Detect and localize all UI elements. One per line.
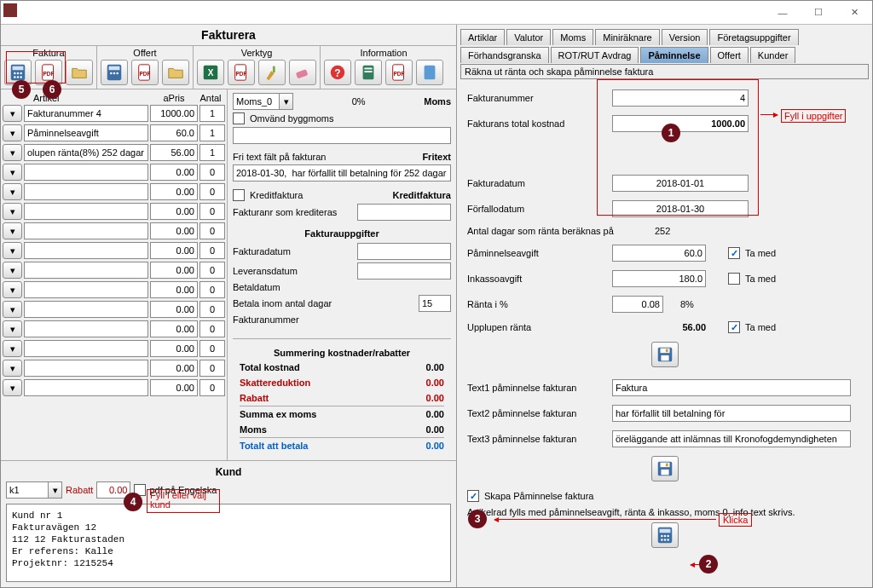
offert-pdf-button[interactable]: PDF [131, 60, 159, 85]
moms-combo[interactable]: ▾ [233, 93, 293, 110]
line-apris-input[interactable] [150, 360, 198, 377]
tab-version[interactable]: Version [662, 29, 708, 45]
fupp-leverans-input[interactable] [357, 262, 451, 280]
line-drop-button[interactable]: ▾ [3, 262, 22, 279]
line-apris-input[interactable] [150, 242, 198, 259]
line-artikel-input[interactable] [24, 242, 148, 259]
info-misc-button[interactable] [416, 60, 443, 85]
line-apris-input[interactable] [150, 203, 198, 220]
line-apris-input[interactable] [150, 320, 198, 337]
tab-rot-rut-avdrag[interactable]: ROT/RUT Avdrag [551, 47, 639, 63]
line-drop-button[interactable]: ▾ [3, 105, 22, 122]
line-artikel-input[interactable] [24, 360, 148, 377]
line-drop-button[interactable]: ▾ [3, 124, 22, 141]
line-antal-input[interactable] [199, 320, 225, 337]
line-apris-input[interactable] [150, 105, 198, 122]
r-ink-input[interactable] [612, 270, 706, 287]
line-drop-button[interactable]: ▾ [3, 340, 22, 357]
line-drop-button[interactable]: ▾ [3, 301, 22, 318]
tab-offert[interactable]: Offert [710, 47, 749, 63]
line-drop-button[interactable]: ▾ [3, 222, 22, 239]
line-artikel-input[interactable] [24, 105, 148, 122]
line-drop-button[interactable]: ▾ [3, 360, 22, 377]
offert-open-button[interactable] [162, 60, 189, 85]
line-artikel-input[interactable] [24, 144, 148, 161]
line-antal-input[interactable] [199, 105, 225, 122]
chevron-down-icon[interactable]: ▾ [280, 93, 293, 110]
save-button-1[interactable] [651, 342, 679, 367]
eraser-button[interactable] [289, 60, 316, 85]
line-antal-input[interactable] [199, 222, 225, 239]
r-pamin-input[interactable] [612, 245, 706, 262]
kund-text[interactable]: Kund nr 1 Fakturavägen 12 112 12 Faktura… [6, 504, 451, 582]
doc-button[interactable] [355, 60, 382, 85]
line-artikel-input[interactable] [24, 262, 148, 279]
line-drop-button[interactable]: ▾ [3, 164, 22, 181]
line-antal-input[interactable] [199, 144, 225, 161]
r-pamin-tamed-chk[interactable] [728, 247, 740, 259]
fritext-input[interactable] [233, 164, 451, 182]
line-drop-button[interactable]: ▾ [3, 144, 22, 161]
fupp-fakturadatum-input[interactable] [357, 243, 451, 260]
line-antal-input[interactable] [199, 183, 225, 200]
line-apris-input[interactable] [150, 340, 198, 357]
fupp-betalainom-input[interactable] [419, 295, 451, 312]
line-artikel-input[interactable] [24, 379, 148, 396]
r-t1-input[interactable] [612, 379, 851, 396]
maximize-button[interactable]: ☐ [801, 2, 836, 24]
line-antal-input[interactable] [199, 379, 225, 396]
calc-button[interactable] [651, 522, 679, 548]
line-antal-input[interactable] [199, 360, 225, 377]
omvand-byggmoms-checkbox[interactable] [233, 112, 245, 124]
faktura-open-button[interactable] [66, 60, 93, 85]
line-drop-button[interactable]: ▾ [3, 203, 22, 220]
brush-button[interactable] [258, 60, 286, 85]
save-button-2[interactable] [651, 456, 679, 481]
minimize-button[interactable]: — [765, 2, 801, 24]
close-button[interactable]: ✕ [836, 2, 872, 24]
line-drop-button[interactable]: ▾ [3, 379, 22, 396]
line-antal-input[interactable] [199, 340, 225, 357]
line-apris-input[interactable] [150, 164, 198, 181]
line-apris-input[interactable] [150, 262, 198, 279]
line-apris-input[interactable] [150, 144, 198, 161]
line-artikel-input[interactable] [24, 183, 148, 200]
line-artikel-input[interactable] [24, 340, 148, 357]
line-apris-input[interactable] [150, 222, 198, 239]
line-antal-input[interactable] [199, 242, 225, 259]
line-antal-input[interactable] [199, 262, 225, 279]
line-artikel-input[interactable] [24, 301, 148, 318]
line-apris-input[interactable] [150, 124, 198, 141]
tab-kunder[interactable]: Kunder [750, 47, 795, 63]
line-drop-button[interactable]: ▾ [3, 183, 22, 200]
skapa-checkbox[interactable] [467, 490, 479, 502]
info-pdf-button[interactable]: PDF [385, 60, 413, 85]
r-ranta-input[interactable] [612, 296, 663, 313]
kreditfaktura-checkbox[interactable] [233, 189, 245, 201]
tab-moms[interactable]: Moms [552, 29, 593, 45]
line-antal-input[interactable] [199, 124, 225, 141]
line-apris-input[interactable] [150, 281, 198, 298]
tab-minir-knare[interactable]: Miniräknare [595, 29, 659, 45]
line-apris-input[interactable] [150, 301, 198, 318]
tab-f-retagsuppgifter[interactable]: Företagsuppgifter [709, 29, 798, 45]
excel-button[interactable]: X [197, 60, 224, 85]
line-apris-input[interactable] [150, 379, 198, 396]
help-button[interactable]: ? [324, 60, 351, 85]
line-antal-input[interactable] [199, 164, 225, 181]
r-t3-input[interactable] [612, 430, 851, 447]
line-drop-button[interactable]: ▾ [3, 242, 22, 259]
pdf-tool-button[interactable]: PDF [228, 60, 255, 85]
line-drop-button[interactable]: ▾ [3, 281, 22, 298]
line-antal-input[interactable] [199, 301, 225, 318]
line-artikel-input[interactable] [24, 222, 148, 239]
tab-artiklar[interactable]: Artiklar [460, 29, 505, 45]
line-antal-input[interactable] [199, 203, 225, 220]
r-t2-input[interactable] [612, 405, 851, 422]
r-uppl-tamed-chk[interactable] [728, 321, 740, 333]
tab-p-minnelse[interactable]: Påminnelse [640, 47, 708, 63]
line-drop-button[interactable]: ▾ [3, 320, 22, 337]
line-antal-input[interactable] [199, 281, 225, 298]
line-apris-input[interactable] [150, 183, 198, 200]
r-ink-tamed-chk[interactable] [728, 273, 740, 285]
